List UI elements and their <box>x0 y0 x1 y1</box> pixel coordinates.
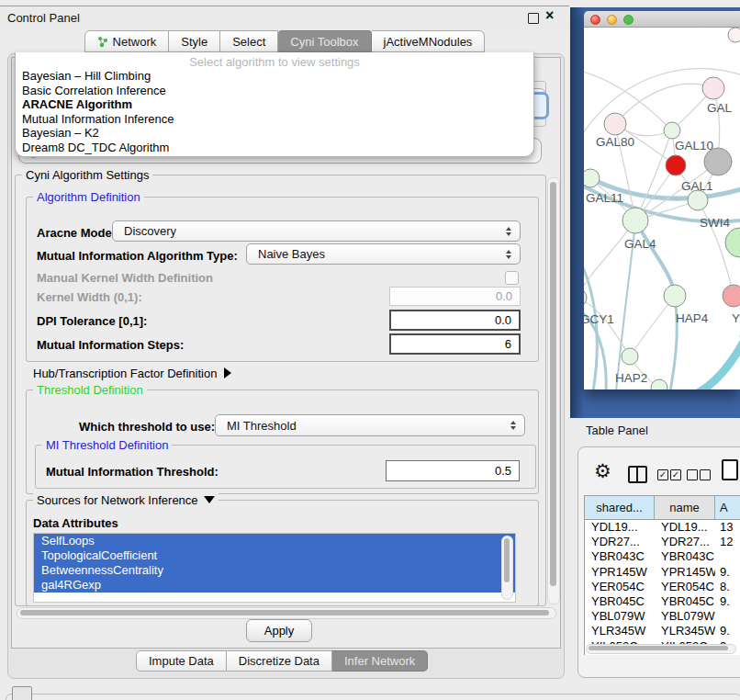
tab-infer-network[interactable]: Infer Network <box>332 650 428 672</box>
kernel-width-field[interactable]: 0.0 <box>389 287 521 306</box>
table-row[interactable]: YER054CYER054C8. <box>585 580 740 594</box>
cell: YBR043C <box>655 549 715 564</box>
dpi-tolerance-field[interactable]: 0.0 <box>389 310 521 331</box>
algorithm-item-selected[interactable]: ARACNE Algorithm <box>16 97 533 112</box>
unchecked-checkbox-icon[interactable] <box>700 469 711 480</box>
tab-cyni-toolbox[interactable]: Cyni Toolbox <box>278 30 371 52</box>
zoom-traffic-light-icon[interactable] <box>623 15 633 25</box>
attributes-scrollbar[interactable] <box>501 536 513 600</box>
algorithm-item[interactable]: Bayesian – K2 <box>16 126 533 141</box>
mi-algorithm-type-label: Mutual Information Algorithm Type: <box>37 249 238 263</box>
network-node[interactable] <box>622 348 638 365</box>
network-node[interactable] <box>688 190 708 210</box>
network-node[interactable] <box>664 122 680 139</box>
table-row[interactable]: YLR345WYLR345W9. <box>585 624 740 638</box>
cell <box>715 549 740 564</box>
cell: 8. <box>715 580 740 594</box>
mi-steps-field[interactable]: 6 <box>389 333 521 355</box>
which-threshold-combo[interactable]: MI Threshold <box>215 414 525 436</box>
column-header-third[interactable]: A <box>715 496 740 519</box>
algorithm-item[interactable]: Bayesian – Hill Climbing <box>16 69 533 84</box>
tab-jactivemnodules-label: jActiveMNodules <box>384 35 473 49</box>
mi-threshold-field[interactable]: 0.5 <box>386 460 520 481</box>
table-row[interactable]: YPR145WYPR145W9. <box>585 565 740 580</box>
table-row[interactable]: YBR045CYBR045C9. <box>585 594 740 609</box>
dpi-tolerance-label: DPI Tolerance [0,1]: <box>37 314 147 328</box>
settings-horizontal-scrollbar[interactable] <box>17 607 556 619</box>
attribute-item-selected[interactable]: SelfLoops <box>34 534 515 548</box>
table-row[interactable]: YDL19...YDL19...13 <box>585 520 740 535</box>
network-node[interactable] <box>725 228 740 257</box>
float-window-icon[interactable] <box>528 13 539 24</box>
network-edge[interactable] <box>584 70 672 130</box>
network-edge[interactable] <box>694 338 740 390</box>
checked-checkbox-icon[interactable]: ✓ <box>670 469 681 480</box>
attribute-item-selected[interactable]: BetweennessCentrality <box>34 563 515 578</box>
tab-style[interactable]: Style <box>169 30 220 52</box>
attribute-item-selected[interactable]: gal4RGexp <box>34 578 515 593</box>
settings-vertical-scrollbar[interactable] <box>547 177 560 604</box>
kernel-width-label: Kernel Width (0,1): <box>37 290 142 304</box>
document-icon[interactable] <box>722 459 738 480</box>
mi-algorithm-type-value: Naive Bayes <box>258 247 325 261</box>
algorithm-item[interactable]: Basic Correlation Inference <box>16 84 533 98</box>
checked-checkbox-icon[interactable]: ✓ <box>657 469 668 480</box>
settings-horizontal-scrollbar-thumb[interactable] <box>20 610 549 615</box>
network-node[interactable] <box>584 288 587 307</box>
tab-select[interactable]: Select <box>220 30 278 52</box>
tab-discretize-data[interactable]: Discretize Data <box>227 650 332 672</box>
cell: YBR045C <box>585 594 655 609</box>
column-header-name[interactable]: name <box>655 496 715 519</box>
network-edge[interactable] <box>635 130 672 220</box>
network-node[interactable] <box>666 155 686 175</box>
cell: YDR27... <box>655 535 715 549</box>
tab-jactivemnodules[interactable]: jActiveMNodules <box>372 30 486 52</box>
algorithm-item[interactable]: Dream8 DC_TDC Algorithm <box>16 141 533 155</box>
network-graph[interactable]: GALGAL80GAL10GAL1GAL11GAL4SWI4GCY1HAP4YH… <box>584 28 740 390</box>
close-traffic-light-icon[interactable] <box>590 15 600 25</box>
split-columns-icon[interactable] <box>628 466 647 483</box>
cell: 12 <box>715 535 740 549</box>
minimize-traffic-light-icon[interactable] <box>607 15 617 25</box>
network-node[interactable] <box>723 285 740 307</box>
hub-definition-toggle[interactable]: Hub/Transcription Factor Definition <box>33 367 231 380</box>
network-node[interactable] <box>651 379 667 390</box>
network-node[interactable] <box>584 169 600 187</box>
manual-kernel-width-label: Manual Kernel Width Definition <box>37 271 213 285</box>
network-node[interactable] <box>728 28 740 42</box>
tab-network[interactable]: Network <box>84 30 170 52</box>
table-row[interactable]: YDR27...YDR27...12 <box>585 535 740 549</box>
apply-button[interactable]: Apply <box>246 619 312 642</box>
algorithm-item[interactable]: Mutual Information Inference <box>16 112 533 127</box>
cell: YPR145W <box>655 565 715 580</box>
network-node-label: Y <box>732 311 740 325</box>
network-canvas[interactable]: GALGAL80GAL10GAL1GAL11GAL4SWI4GCY1HAP4YH… <box>584 28 740 390</box>
manual-kernel-width-checkbox[interactable] <box>505 271 519 285</box>
unchecked-checkbox-icon[interactable] <box>687 469 698 480</box>
attribute-item-selected[interactable]: TopologicalCoefficient <box>34 548 515 563</box>
network-node[interactable] <box>664 285 686 307</box>
network-node[interactable] <box>622 208 648 233</box>
cell: YBR045C <box>655 594 715 609</box>
network-node[interactable] <box>604 113 626 135</box>
cell: YDL19... <box>655 520 715 535</box>
network-node[interactable] <box>702 77 724 99</box>
network-window-titlebar[interactable] <box>584 11 740 28</box>
table-horizontal-scrollbar[interactable] <box>586 644 736 654</box>
table-row[interactable]: YBR043CYBR043C <box>585 549 740 564</box>
sources-toggle[interactable]: Sources for Network Inference <box>33 493 219 507</box>
bottom-left-button[interactable] <box>12 686 32 700</box>
attributes-scrollbar-thumb[interactable] <box>504 538 510 582</box>
close-icon[interactable]: × <box>545 7 554 24</box>
settings-vertical-scrollbar-thumb[interactable] <box>550 182 556 586</box>
table-row[interactable]: YBL079WYBL079W <box>585 609 740 624</box>
aracne-mode-combo[interactable]: Discovery <box>112 220 521 242</box>
mi-algorithm-type-combo[interactable]: Naive Bayes <box>246 243 521 265</box>
column-header-shared-name[interactable]: shared... <box>585 496 655 519</box>
tab-impute-data[interactable]: Impute Data <box>136 650 227 672</box>
gear-icon[interactable]: ⚙ <box>594 460 611 482</box>
threshold-definition-title: Threshold Definition <box>33 383 147 397</box>
table-horizontal-scrollbar-thumb[interactable] <box>589 646 728 650</box>
network-edge[interactable] <box>670 296 677 390</box>
combo-stepper-icon <box>506 250 511 259</box>
